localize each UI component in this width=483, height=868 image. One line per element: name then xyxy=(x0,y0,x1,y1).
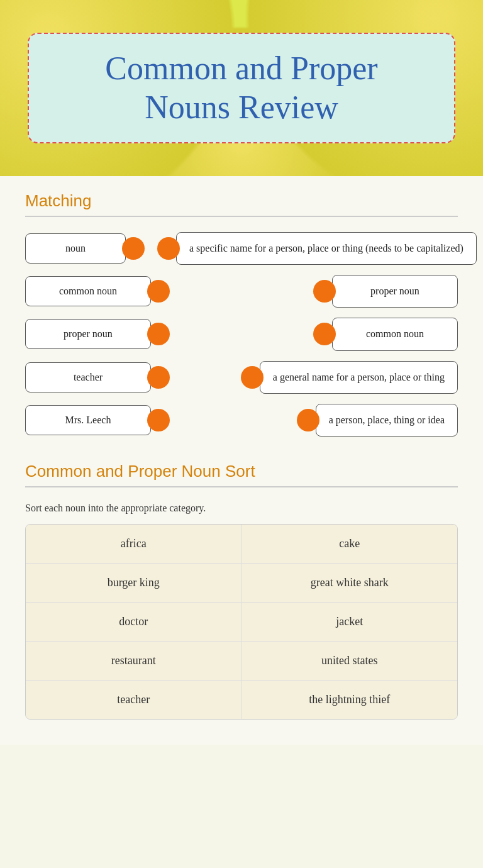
match-def-person: a person, place, thing or idea xyxy=(316,404,458,437)
sort-cell-right-1: great white shark xyxy=(242,564,458,603)
matching-section: Matching noun a specific name for a pers… xyxy=(25,191,458,437)
main-content: Matching noun a specific name for a pers… xyxy=(0,176,483,745)
match-left-4: teacher xyxy=(25,362,170,392)
match-left-5: Mrs. Leech xyxy=(25,405,170,435)
sort-cell-right-4: the lightning thief xyxy=(242,681,458,719)
match-left-1: noun xyxy=(25,233,145,264)
sort-cell-left-0: africa xyxy=(26,525,242,564)
sort-row-2: doctor jacket xyxy=(26,603,457,642)
sort-cell-right-0: cake xyxy=(242,525,458,564)
connector-dot-left-3 xyxy=(147,323,170,345)
matching-title: Matching xyxy=(25,191,458,211)
match-right-2: proper noun xyxy=(313,275,458,308)
sort-cell-left-3: restaurant xyxy=(26,642,242,681)
connector-dot-left-2 xyxy=(147,280,170,303)
sort-divider xyxy=(25,486,458,487)
match-box-teacher: teacher xyxy=(25,362,151,392)
match-row-3: proper noun common noun xyxy=(25,318,458,350)
sort-cell-right-3: united states xyxy=(242,642,458,681)
match-box-proper-noun: proper noun xyxy=(25,319,151,349)
title-card: Common and Proper Nouns Review xyxy=(28,33,455,144)
match-row-1: noun a specific name for a person, place… xyxy=(25,232,458,265)
sort-table: africa cake burger king great white shar… xyxy=(25,524,458,720)
match-def-general: a general name for a person, place or th… xyxy=(260,361,458,394)
matching-divider xyxy=(25,216,458,217)
match-right-5: a person, place, thing or idea xyxy=(297,404,458,437)
match-def-common-noun: common noun xyxy=(332,318,458,350)
match-def-proper: a specific name for a person, place or t… xyxy=(176,232,477,265)
connector-dot-right-1 xyxy=(157,237,180,260)
connector-dot-left-5 xyxy=(147,409,170,431)
match-left-3: proper noun xyxy=(25,319,170,349)
sort-row-3: restaurant united states xyxy=(26,642,457,681)
sort-row-1: burger king great white shark xyxy=(26,564,457,603)
connector-dot-right-4 xyxy=(241,366,264,389)
match-right-4: a general name for a person, place or th… xyxy=(241,361,458,394)
sort-section: Common and Proper Noun Sort Sort each no… xyxy=(25,462,458,720)
match-box-common-noun: common noun xyxy=(25,276,151,306)
sort-row-0: africa cake xyxy=(26,525,457,564)
match-right-3: common noun xyxy=(313,318,458,350)
sort-instruction: Sort each noun into the appropriate cate… xyxy=(25,503,458,514)
match-left-2: common noun xyxy=(25,276,170,306)
sort-cell-right-2: jacket xyxy=(242,603,458,642)
connector-dot-left-4 xyxy=(147,366,170,389)
sort-cell-left-1: burger king xyxy=(26,564,242,603)
connector-dot-left-1 xyxy=(122,237,145,260)
connector-dot-right-5 xyxy=(297,409,319,431)
matching-grid: noun a specific name for a person, place… xyxy=(25,232,458,437)
sort-row-4: teacher the lightning thief xyxy=(26,681,457,719)
match-box-noun: noun xyxy=(25,233,126,264)
sort-title: Common and Proper Noun Sort xyxy=(25,462,458,481)
sort-cell-left-2: doctor xyxy=(26,603,242,642)
match-row-5: Mrs. Leech a person, place, thing or ide… xyxy=(25,404,458,437)
connector-dot-right-2 xyxy=(313,280,336,303)
match-right-1: a specific name for a person, place or t… xyxy=(157,232,477,265)
sort-cell-left-4: teacher xyxy=(26,681,242,719)
match-box-mrs-leech: Mrs. Leech xyxy=(25,405,151,435)
match-def-proper-noun: proper noun xyxy=(332,275,458,308)
page-title: Common and Proper Nouns Review xyxy=(59,49,424,128)
match-row-2: common noun proper noun xyxy=(25,275,458,308)
match-row-4: teacher a general name for a person, pla… xyxy=(25,361,458,394)
header-background: Common and Proper Nouns Review xyxy=(0,0,483,176)
